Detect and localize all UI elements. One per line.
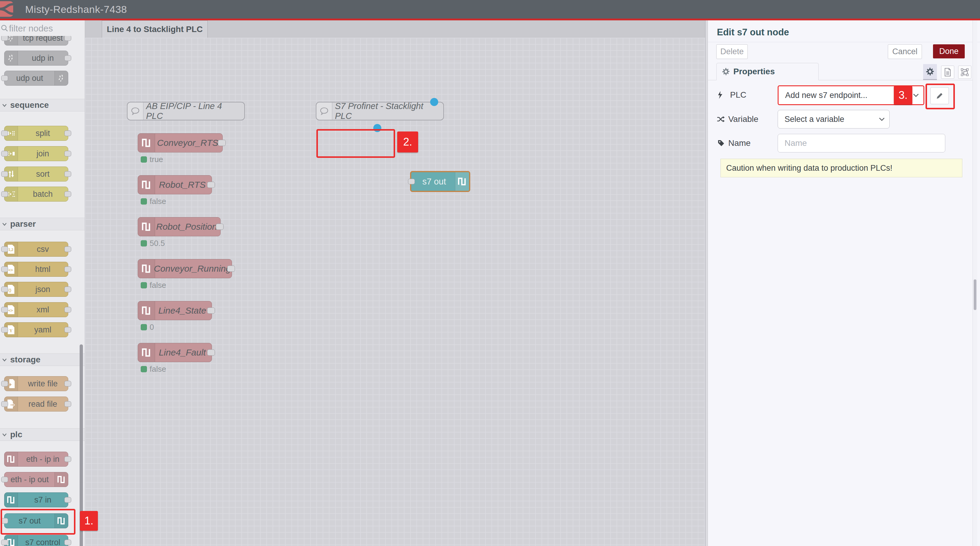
flow-node-robot-position[interactable]: Robot_Position (138, 217, 221, 236)
annotation-badge-3: 3. (894, 86, 912, 105)
done-button[interactable]: Done (933, 44, 965, 58)
palette-node-yaml[interactable]: Y yaml (4, 322, 68, 337)
node-status: false (141, 281, 166, 290)
flow-canvas[interactable]: AB EIP/CIP - Line 4 PLC S7 Profinet - St… (85, 38, 705, 546)
comment-label: AB EIP/CIP - Line 4 PLC (146, 102, 241, 120)
flow-tab[interactable]: Line 4 to Stacklight PLC (102, 20, 208, 38)
pulse-icon (5, 452, 18, 466)
flow-node-conveyor-running[interactable]: Conveyor_Running (138, 259, 232, 278)
changed-indicator-dot (430, 98, 438, 106)
plc-field-label: PLC (718, 90, 746, 100)
app-header: Misty-Redshank-7438 (0, 0, 980, 19)
node-status: 0 (141, 322, 154, 332)
palette-node-join[interactable]: join (4, 146, 68, 161)
variable-select[interactable]: Select a variable (778, 110, 889, 128)
tray-resize-handle[interactable] (705, 20, 708, 546)
palette-node-s7-in[interactable]: s7 in (4, 492, 68, 508)
wifi-icon (54, 71, 68, 85)
palette-node-csv[interactable]: 1,2 csv (4, 242, 68, 257)
appearance-section-button[interactable] (958, 65, 971, 79)
search-icon (1, 24, 8, 32)
palette-filter[interactable]: filter nodes (0, 20, 85, 36)
annotation-badge-1: 1. (80, 511, 98, 531)
palette-category-plc[interactable]: plc (0, 428, 85, 441)
palette-category-storage[interactable]: storage (0, 353, 85, 366)
wifi-icon (5, 51, 18, 65)
palette-node-xml[interactable]: <> xml (4, 302, 68, 317)
tray-title: Edit s7 out node (717, 27, 789, 38)
chevron-down-icon (2, 432, 7, 437)
delete-button[interactable]: Delete (716, 44, 748, 59)
palette-node-split[interactable]: split (4, 126, 68, 141)
palette-node-eth-ip-in[interactable]: eth - ip in (4, 452, 68, 467)
comment-node[interactable]: S7 Profinet - Stacklight PLC (316, 102, 444, 120)
comment-node[interactable]: AB EIP/CIP - Line 4 PLC (127, 102, 245, 120)
node-status: false (141, 364, 166, 374)
name-input[interactable] (778, 134, 945, 152)
flow-node-line4-state[interactable]: Line4_State (138, 301, 212, 320)
palette-node-s7-control[interactable]: s7 control (4, 535, 68, 546)
palette-node-udp-out[interactable]: udp out (4, 71, 68, 86)
edit-node-tray: Edit s7 out node Delete Cancel Done Prop… (705, 20, 980, 546)
status-dot (141, 240, 147, 246)
chevron-down-icon (2, 222, 7, 227)
status-dot (141, 324, 147, 330)
palette-node-write-file[interactable]: write file (4, 376, 68, 391)
annotation-badge-2: 2. (397, 131, 418, 152)
annotation-box-2 (317, 129, 395, 158)
status-dot (141, 156, 147, 163)
status-dot (141, 366, 147, 372)
pulse-icon (5, 493, 18, 507)
flow-tab-label: Line 4 to Stacklight PLC (107, 25, 203, 34)
tray-scrollbar-thumb[interactable] (974, 279, 977, 310)
lightning-icon (718, 91, 723, 99)
palette-node-read-file[interactable]: read file (4, 396, 68, 412)
pulse-icon (138, 217, 155, 236)
palette-node-json[interactable]: {} json (4, 282, 68, 297)
svg-text:{}: {} (8, 288, 11, 292)
comment-label: S7 Profinet - Stacklight PLC (335, 102, 440, 120)
flow-node-s7-out-selected[interactable]: s7 out (410, 171, 470, 192)
palette-node-eth-ip-out[interactable]: eth - ip out (4, 472, 68, 487)
flow-node-robot-rts[interactable]: Robot_RTS (138, 175, 212, 195)
palette-node-udp-in[interactable]: udp in (4, 51, 68, 65)
node-palette: tcp request filter nodes udp in udp out … (0, 20, 85, 546)
palette-category-sequence[interactable]: sequence (0, 99, 85, 112)
pulse-icon (138, 176, 155, 194)
pulse-icon (455, 172, 469, 191)
tab-properties[interactable]: Properties (716, 63, 819, 80)
chevron-down-icon (878, 117, 885, 121)
variable-field-label: Variable (717, 114, 759, 124)
status-dot (141, 282, 147, 289)
palette-node-batch[interactable]: batch (4, 187, 68, 201)
palette-node-sort[interactable]: sort (4, 166, 68, 182)
status-dot (141, 198, 147, 204)
pulse-icon (138, 259, 155, 278)
tray-scrollbar[interactable] (972, 20, 977, 546)
properties-section-button[interactable] (923, 64, 937, 80)
flow-node-line4-fault[interactable]: Line4_Fault (138, 343, 212, 362)
tag-icon (718, 140, 725, 147)
palette-category-parser[interactable]: parser (0, 218, 85, 230)
comment-bubble-icon (127, 102, 143, 120)
caution-message: Caution when writing data to production … (721, 159, 963, 177)
palette-node-html[interactable]: <> html (4, 262, 68, 277)
filter-placeholder: filter nodes (9, 23, 53, 34)
chevron-down-icon (913, 93, 919, 97)
cancel-button[interactable]: Cancel (888, 44, 922, 59)
pulse-icon (138, 301, 155, 320)
svg-text:<>: <> (8, 268, 13, 272)
gear-icon (926, 67, 934, 76)
pulse-icon (138, 343, 155, 362)
annotation-box-1 (1, 509, 75, 535)
node-status: false (141, 197, 166, 206)
flow-node-conveyor-rts[interactable]: Conveyor_RTS (138, 133, 223, 152)
annotation-box-3 (926, 83, 955, 109)
svg-text:Y: Y (9, 328, 13, 333)
workspace-tabbar: Line 4 to Stacklight PLC (85, 20, 705, 38)
name-field-label: Name (718, 138, 751, 148)
node-status: 50.5 (141, 239, 165, 248)
description-section-button[interactable] (941, 65, 954, 79)
chevron-down-icon (2, 357, 7, 362)
pulse-icon (54, 472, 68, 487)
